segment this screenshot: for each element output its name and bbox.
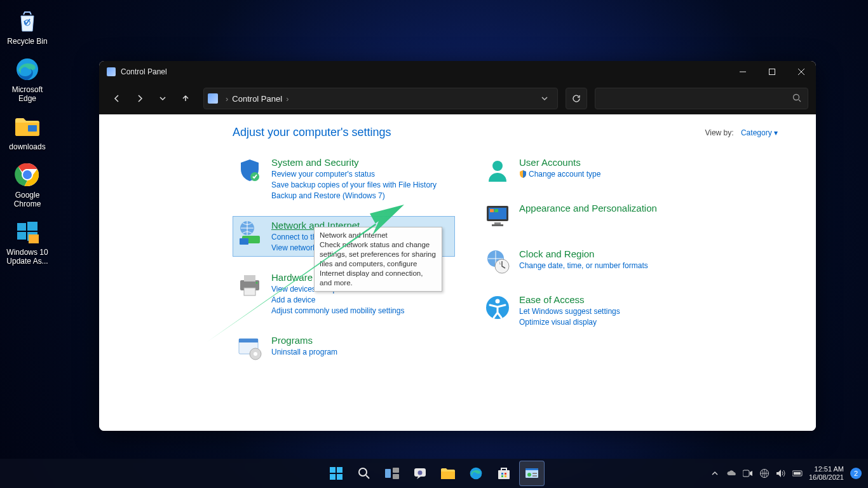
notification-badge[interactable]: 2 bbox=[850, 468, 862, 479]
svg-rect-50 bbox=[501, 473, 503, 475]
recent-dropdown-button[interactable] bbox=[153, 88, 173, 109]
breadcrumb-separator: › bbox=[226, 94, 228, 104]
svg-rect-39 bbox=[330, 474, 336, 480]
edge-icon bbox=[14, 56, 41, 83]
desktop-icon-edge[interactable]: Microsoft Edge bbox=[3, 52, 52, 109]
category-link[interactable]: Adjust commonly used mobility settings bbox=[271, 306, 404, 316]
category-link[interactable]: Add a device bbox=[271, 295, 404, 306]
page-heading: Adjust your computer's settings bbox=[233, 126, 391, 139]
categories-column-right: User Accounts Change account type Appear… bbox=[480, 153, 703, 377]
category-title[interactable]: Ease of Access bbox=[519, 294, 620, 306]
category-title[interactable]: System and Security bbox=[271, 156, 437, 169]
chat-button[interactable] bbox=[407, 461, 433, 486]
category-link[interactable]: Let Windows suggest settings bbox=[519, 306, 620, 317]
address-bar[interactable]: › Control Panel › bbox=[203, 88, 558, 109]
titlebar[interactable]: Control Panel bbox=[99, 61, 816, 83]
printer-icon bbox=[236, 271, 264, 299]
category-user-accounts[interactable]: User Accounts Change account type bbox=[480, 153, 703, 187]
category-programs[interactable]: Programs Uninstall a program bbox=[233, 331, 455, 365]
system-tray: 12:51 AM 16/08/2021 2 bbox=[710, 465, 862, 482]
view-by-control: View by: Category ▾ bbox=[705, 128, 778, 137]
taskbar[interactable]: 12:51 AM 16/08/2021 2 bbox=[0, 459, 868, 488]
category-system-security[interactable]: System and Security Review your computer… bbox=[233, 153, 455, 205]
category-title[interactable]: User Accounts bbox=[519, 156, 600, 169]
svg-rect-42 bbox=[385, 469, 391, 478]
category-clock-region[interactable]: L Clock and Region Change date, time, or… bbox=[480, 245, 703, 279]
category-link[interactable]: Change date, time, or number formats bbox=[519, 261, 648, 271]
svg-rect-21 bbox=[239, 339, 258, 342]
svg-rect-58 bbox=[532, 475, 537, 477]
desktop-icon-win10-update[interactable]: Windows 10 Update As... bbox=[3, 215, 52, 272]
category-link[interactable]: Save backup copies of your files with Fi… bbox=[271, 180, 437, 191]
svg-rect-62 bbox=[794, 472, 801, 475]
volume-icon[interactable] bbox=[776, 468, 786, 478]
tooltip-body: Check network status and change settings… bbox=[320, 240, 437, 288]
battery-icon[interactable] bbox=[792, 468, 803, 478]
meet-now-icon[interactable] bbox=[743, 468, 753, 478]
user-icon bbox=[484, 156, 512, 184]
svg-point-35 bbox=[496, 299, 500, 304]
file-explorer-button[interactable] bbox=[435, 461, 461, 486]
language-icon[interactable] bbox=[759, 468, 770, 478]
svg-rect-1 bbox=[28, 125, 37, 132]
windows-update-icon bbox=[14, 219, 41, 245]
category-link[interactable]: Uninstall a program bbox=[271, 347, 337, 358]
tooltip-title: Network and Internet bbox=[320, 231, 437, 240]
desktop-icon-downloads[interactable]: downloads bbox=[3, 109, 52, 158]
svg-rect-15 bbox=[240, 238, 248, 245]
onedrive-icon[interactable] bbox=[726, 468, 736, 478]
svg-rect-28 bbox=[494, 209, 498, 212]
svg-rect-17 bbox=[244, 275, 255, 281]
desktop-icon-label: Microsoft Edge bbox=[3, 85, 52, 103]
svg-rect-55 bbox=[526, 468, 538, 470]
tray-overflow-button[interactable] bbox=[710, 468, 720, 478]
start-button[interactable] bbox=[323, 461, 349, 486]
task-view-button[interactable] bbox=[379, 461, 405, 486]
chrome-icon bbox=[14, 161, 41, 188]
back-button[interactable] bbox=[107, 88, 127, 109]
refresh-button[interactable] bbox=[566, 88, 587, 109]
category-link[interactable]: Change account type bbox=[519, 169, 600, 180]
breadcrumb-separator: › bbox=[286, 94, 288, 104]
tooltip: Network and Internet Check network statu… bbox=[314, 227, 442, 292]
up-button[interactable] bbox=[175, 88, 196, 109]
recycle-bin-icon bbox=[14, 8, 41, 34]
svg-rect-43 bbox=[393, 468, 399, 473]
svg-rect-9 bbox=[29, 234, 39, 243]
address-dropdown-button[interactable] bbox=[536, 95, 553, 102]
svg-rect-40 bbox=[337, 474, 342, 480]
clock[interactable]: 12:51 AM 16/08/2021 bbox=[809, 465, 844, 482]
breadcrumb-item[interactable]: Control Panel bbox=[232, 94, 282, 104]
clock-time: 12:51 AM bbox=[809, 465, 844, 473]
close-button[interactable] bbox=[787, 61, 816, 83]
control-panel-taskbar-button[interactable] bbox=[519, 461, 545, 486]
category-link[interactable]: Optimize visual display bbox=[519, 317, 620, 328]
svg-rect-49 bbox=[498, 470, 510, 479]
minimize-button[interactable] bbox=[728, 61, 757, 83]
shield-icon bbox=[236, 156, 264, 184]
forward-button[interactable] bbox=[130, 88, 150, 109]
svg-rect-59 bbox=[743, 470, 749, 477]
desktop-icon-label: Windows 10 Update As... bbox=[3, 248, 52, 266]
edge-taskbar-button[interactable] bbox=[463, 461, 489, 486]
view-by-dropdown[interactable]: Category ▾ bbox=[741, 128, 778, 137]
maximize-button[interactable] bbox=[757, 61, 787, 83]
control-panel-icon bbox=[107, 67, 116, 76]
search-input[interactable] bbox=[595, 88, 808, 109]
category-link[interactable]: Review your computer's status bbox=[271, 169, 437, 180]
category-ease-of-access[interactable]: Ease of Access Let Windows suggest setti… bbox=[480, 290, 703, 331]
desktop-icon-chrome[interactable]: Google Chrome bbox=[3, 158, 52, 215]
category-title[interactable]: Clock and Region bbox=[519, 248, 648, 261]
desktop-icon-recycle-bin[interactable]: Recycle Bin bbox=[3, 4, 52, 52]
search-button[interactable] bbox=[351, 461, 377, 486]
category-appearance[interactable]: Appearance and Personalization bbox=[480, 199, 703, 233]
store-button[interactable] bbox=[491, 461, 517, 486]
category-title[interactable]: Programs bbox=[271, 334, 337, 347]
category-title[interactable]: Appearance and Personalization bbox=[519, 202, 657, 215]
svg-point-24 bbox=[492, 161, 503, 171]
view-by-label: View by: bbox=[705, 128, 733, 137]
category-link[interactable]: Backup and Restore (Windows 7) bbox=[271, 191, 437, 201]
desktop-icons: Recycle Bin Microsoft Edge downloads Goo… bbox=[0, 0, 55, 276]
svg-rect-52 bbox=[501, 475, 503, 477]
control-panel-window: Control Panel › Control Panel › Adjust y… bbox=[99, 61, 816, 431]
